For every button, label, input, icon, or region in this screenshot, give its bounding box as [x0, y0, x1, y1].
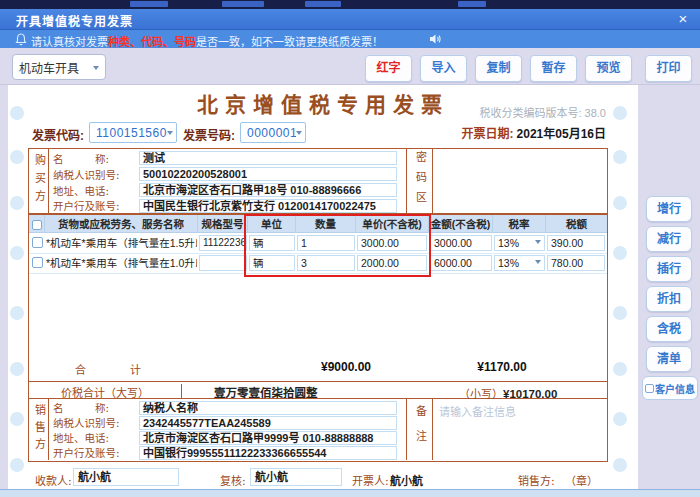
- item-unit-input[interactable]: 辆: [249, 255, 295, 271]
- seller-taxid-input[interactable]: 2342445577TEAA245589: [139, 416, 397, 430]
- item-price-input[interactable]: 3000.00: [357, 235, 427, 251]
- add-row-button[interactable]: 增行: [646, 196, 692, 222]
- background-fragment: [130, 1, 168, 7]
- items-header-row: 货物或应税劳务、服务名称 规格型号 单位 数量 单价(不含税) 金额(不含税) …: [29, 215, 607, 233]
- background-fragment: [222, 1, 264, 7]
- invoice-mode-value: 机动车开具: [19, 59, 93, 76]
- decor-dot: [613, 362, 627, 376]
- import-button[interactable]: 导入: [420, 55, 467, 82]
- total-tax: ¥1170.00: [442, 360, 562, 374]
- close-icon[interactable]: ×: [674, 10, 692, 28]
- alert-message-highlight: 种类、代码、号码: [108, 36, 196, 48]
- drawer-value: 航小航: [390, 472, 423, 488]
- background-window-strip: [0, 0, 700, 9]
- background-fragment: [458, 1, 486, 7]
- seller-bank-input[interactable]: 中国银行99955511122233366655544: [139, 446, 397, 460]
- item-unit-input[interactable]: 辆: [249, 235, 295, 251]
- col-header-amount: 金额(不含税): [429, 215, 493, 233]
- chevron-down-icon: [93, 66, 99, 73]
- col-header-spec: 规格型号: [198, 215, 248, 233]
- chevron-down-icon: [167, 131, 173, 138]
- chevron-down-icon: [535, 240, 541, 247]
- seller-taxid-label: 纳税人识别号:: [53, 415, 139, 430]
- decor-dot: [613, 196, 627, 210]
- decor-dot: [613, 306, 627, 320]
- decor-dot: [10, 150, 24, 164]
- invoice-mode-select[interactable]: 机动车开具: [12, 54, 106, 80]
- alert-message-post: 是否一致，如不一致请更换纸质发票！: [196, 36, 383, 48]
- customer-info-toggle[interactable]: 客户信息: [642, 376, 698, 400]
- background-fragment: [305, 1, 341, 7]
- item-name[interactable]: *机动车*乘用车（排气量在1.5升以上: [46, 233, 197, 253]
- copy-button[interactable]: 复制: [475, 55, 522, 82]
- row-checkbox[interactable]: [32, 257, 43, 268]
- invoice-code-select[interactable]: 1100151560: [89, 122, 177, 143]
- payee-input[interactable]: 航小航: [73, 468, 179, 486]
- item-tax-cell: 780.00: [547, 255, 605, 271]
- password-side-cell: 密码区: [406, 149, 433, 213]
- items-table: 货物或应税劳务、服务名称 规格型号 单位 数量 单价(不含税) 金额(不含税) …: [28, 214, 608, 382]
- tax-code-version-note: 税收分类编码版本号: 38.0: [479, 104, 606, 120]
- item-rate-value: 13%: [498, 256, 535, 270]
- item-rate-value: 13%: [498, 236, 535, 250]
- select-all-checkbox[interactable]: [32, 220, 42, 230]
- remark-placeholder: 请输入备注信息: [439, 403, 516, 419]
- decor-dot: [10, 458, 24, 472]
- list-button[interactable]: 清单: [646, 346, 692, 372]
- insert-row-button[interactable]: 插行: [646, 256, 692, 282]
- seller-address-label: 地址、电话:: [53, 430, 139, 445]
- item-amount-cell: 6000.00: [430, 255, 492, 271]
- col-header-name: 货物或应税劳务、服务名称: [45, 215, 198, 233]
- print-button[interactable]: 打印: [645, 55, 692, 82]
- invoice-number-label: 发票号码:: [183, 126, 235, 143]
- item-qty-input[interactable]: 3: [297, 255, 355, 271]
- discount-button[interactable]: 折扣: [646, 286, 692, 312]
- seller-address-input[interactable]: 北京市海淀区杏石口路甲9999号 010-88888888: [139, 431, 397, 445]
- seller-name-label: 名 称:: [53, 400, 139, 415]
- seal-placeholder: （章）: [565, 472, 598, 488]
- red-letter-button[interactable]: 红字: [365, 55, 412, 82]
- item-rate-select[interactable]: 13%: [494, 255, 545, 271]
- speaker-icon[interactable]: [428, 32, 442, 46]
- issue-date-label: 开票日期:: [462, 127, 514, 141]
- remark-side-cell: 备注: [406, 399, 433, 460]
- invoice-issue-window: 开具增值税专用发票 × 请认真核对发票种类、代码、号码是否一致，如不一致请更换纸…: [0, 0, 700, 497]
- issue-date-value: 2021年05月16日: [517, 127, 606, 141]
- item-price-input[interactable]: 2000.00: [357, 255, 427, 271]
- remark-area[interactable]: 请输入备注信息: [433, 399, 607, 460]
- seller-name-input[interactable]: 纳税人名称: [139, 401, 397, 415]
- invoice-number-select[interactable]: 00000016: [240, 122, 306, 143]
- alert-message: 请认真核对发票种类、代码、号码是否一致，如不一致请更换纸质发票！: [31, 33, 383, 49]
- col-header-rate: 税率: [493, 215, 546, 233]
- decor-dot: [10, 412, 24, 426]
- decor-dot: [613, 412, 627, 426]
- item-qty-input[interactable]: 1: [297, 235, 355, 251]
- bottom-strip: [0, 489, 700, 497]
- reviewer-input[interactable]: 航小航: [250, 468, 342, 486]
- buyer-address-input[interactable]: 北京市海淀区杏石口路甲18号 010-88896666: [139, 183, 397, 197]
- row-checkbox[interactable]: [32, 237, 43, 248]
- buyer-side-label: 购买方: [31, 154, 47, 208]
- password-area: [433, 149, 607, 213]
- item-spec-input[interactable]: 1112223655: [199, 235, 247, 251]
- item-name[interactable]: *机动车*乘用车（排气量在1.0升以上: [46, 253, 197, 273]
- decor-dot: [613, 458, 627, 472]
- tax-sum-row: 价税合计（大写） 壹万零壹佰柒拾圆整 （小写）¥10170.00: [28, 382, 608, 399]
- decor-dot: [10, 362, 24, 376]
- save-draft-button[interactable]: 暂存: [530, 55, 577, 82]
- item-spec-input[interactable]: [199, 255, 247, 271]
- preview-button[interactable]: 预览: [585, 55, 632, 82]
- tax-included-button[interactable]: 含税: [646, 316, 692, 342]
- remove-row-button[interactable]: 减行: [646, 226, 692, 252]
- seller-side-cell: 销售方: [29, 399, 49, 460]
- col-header-unit: 单位: [248, 215, 296, 233]
- buyer-name-input[interactable]: 测试: [139, 151, 397, 165]
- customer-info-checkbox[interactable]: [645, 384, 654, 393]
- item-tax-cell: 390.00: [547, 235, 605, 251]
- buyer-taxid-input[interactable]: 50010220200528001: [139, 167, 397, 181]
- item-amount-cell: 3000.00: [430, 235, 492, 251]
- item-rate-select[interactable]: 13%: [494, 235, 545, 251]
- buyer-bank-input[interactable]: 中国民生银行北京紫竹支行 0120014170022475: [139, 199, 397, 213]
- remark-label: 备注: [412, 405, 428, 455]
- chevron-down-icon: [535, 260, 541, 267]
